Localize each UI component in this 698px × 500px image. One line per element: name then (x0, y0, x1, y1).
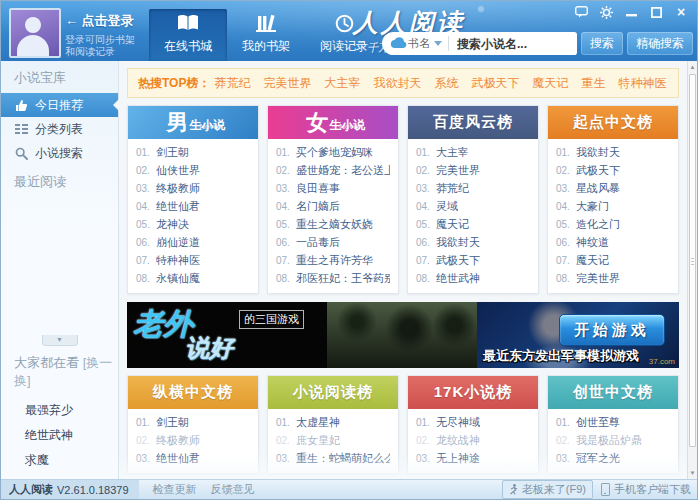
rank-item[interactable]: 03.冠军之光 (556, 449, 670, 467)
rank-item[interactable]: 04.大豪门 (556, 197, 670, 215)
rank-item[interactable]: 08.永镇仙魔 (136, 269, 250, 287)
sidebar-collapse-handle[interactable]: ▼ (42, 335, 78, 346)
rank-item[interactable]: 03.良田喜事 (276, 179, 390, 197)
rank-header-zongheng[interactable]: 纵横中文榜 (128, 376, 258, 409)
precise-search-button[interactable]: 精确搜索 (627, 32, 693, 55)
rank-item[interactable]: 02.盛世婚宠：老公送上门 (276, 161, 390, 179)
sidebar-item-today-recommend[interactable]: 今日推荐 (1, 93, 118, 117)
rank-item[interactable]: 06.一品毒后 (276, 233, 390, 251)
avatar[interactable] (9, 8, 61, 58)
scroll-up-icon[interactable]: ▲ (688, 61, 697, 73)
watching-book-item[interactable]: 求魔 (1, 448, 118, 473)
rank-item[interactable]: 07.魔天记 (556, 251, 670, 269)
rank-item[interactable]: 01.创世至尊 (556, 413, 670, 431)
hot-search-tag[interactable]: 重生 (581, 76, 605, 90)
rank-item[interactable]: 06.崩仙逆道 (136, 233, 250, 251)
rank-item[interactable]: 05.造化之门 (556, 215, 670, 233)
vertical-scrollbar[interactable]: ▲ ▼ (687, 61, 697, 479)
rank-item[interactable]: 02.终极教师 (136, 431, 250, 449)
rank-item[interactable]: 01.剑王朝 (136, 143, 250, 161)
rank-item[interactable]: 08.邪医狂妃：王爷药别停 (276, 269, 390, 287)
rank-item[interactable]: 02.庶女皇妃 (276, 431, 390, 449)
rank-item[interactable]: 07.武极天下 (416, 251, 530, 269)
sidebar-item-category-list[interactable]: 分类列表 (1, 117, 118, 141)
close-icon[interactable]: × (673, 5, 689, 19)
rank-item[interactable]: 01.大主宰 (416, 143, 530, 161)
search-input[interactable] (455, 36, 571, 52)
boss-key-button[interactable]: 老板来了(F9) (502, 480, 593, 499)
rank-row-top: 男 生小说 Novel 01.剑王朝02.仙侠世界03.终极教师04.绝世仙君0… (127, 105, 679, 294)
rank-list: 01.无尽神域02.龙纹战神03.无上神途 (408, 413, 538, 467)
check-update-link[interactable]: 检查更新 (153, 482, 197, 497)
scroll-down-icon[interactable]: ▼ (688, 467, 697, 479)
sidebar-section-novel-library: 小说宝库 (1, 61, 118, 93)
rank-item[interactable]: 04.绝世仙君 (136, 197, 250, 215)
rank-list: 01.买个爹地宠妈咪02.盛世婚宠：老公送上门03.良田喜事04.名门嫡后05.… (268, 143, 398, 287)
watching-book-item[interactable]: 绝世武神 (1, 423, 118, 448)
minimize-icon[interactable] (623, 5, 639, 19)
hot-search-label: 热搜TOP榜： (138, 75, 210, 92)
start-game-button[interactable]: 开始游戏 (559, 314, 665, 346)
rank-item[interactable]: 01.买个爹地宠妈咪 (276, 143, 390, 161)
rank-item[interactable]: 06.神纹道 (556, 233, 670, 251)
feedback-link[interactable]: 反馈意见 (211, 482, 255, 497)
rank-item[interactable]: 02.武极天下 (556, 161, 670, 179)
rank-header-girls[interactable]: 女 生小说 Novel (268, 106, 398, 139)
rank-item[interactable]: 03.莽荒纪 (416, 179, 530, 197)
rank-item[interactable]: 05.重生之嫡女妖娆 (276, 215, 390, 233)
rank-header-qidian[interactable]: 起点中文榜 (548, 106, 678, 139)
hot-search-tag[interactable]: 系统 (434, 76, 458, 90)
rank-column-zongheng: 纵横中文榜 01.剑王朝02.终极教师03.绝世仙君 (127, 375, 259, 474)
ad-banner[interactable]: 老外 说好 的三国游戏 最近东方发出军事模拟游戏 开始游戏 37.com (127, 302, 679, 368)
search-category-dropdown[interactable]: 书名 (408, 36, 442, 51)
rank-item[interactable]: 04.名门嫡后 (276, 197, 390, 215)
tab-my-bookshelf[interactable]: 我的书架 (227, 9, 305, 61)
rank-item[interactable]: 03.星战风暴 (556, 179, 670, 197)
rank-item[interactable]: 02.我是极品炉鼎 (556, 431, 670, 449)
rank-header-17k[interactable]: 17K小说榜 (408, 376, 538, 409)
tab-online-bookstore[interactable]: 在线书城 (149, 9, 227, 61)
rank-item[interactable]: 02.龙纹战神 (416, 431, 530, 449)
login-link[interactable]: ← 点击登录 (65, 12, 135, 30)
rank-item[interactable]: 05.魔天记 (416, 215, 530, 233)
ad-site-label: 37.com (649, 357, 675, 366)
rank-item[interactable]: 01.剑王朝 (136, 413, 250, 431)
maximize-icon[interactable] (648, 5, 664, 19)
hot-search-tag[interactable]: 武极天下 (471, 76, 519, 90)
feedback-bubble-icon[interactable] (573, 5, 589, 19)
rank-item[interactable]: 08.绝世武神 (416, 269, 530, 287)
rank-item[interactable]: 03.绝世仙君 (136, 449, 250, 467)
rank-item[interactable]: 04.灵域 (416, 197, 530, 215)
rank-item[interactable]: 01.无尽神域 (416, 413, 530, 431)
rank-header-chuangshi[interactable]: 创世中文榜 (548, 376, 678, 409)
rank-item[interactable]: 07.重生之再许芳华 (276, 251, 390, 269)
status-bar-right: 老板来了(F9) 手机客户端下载 (502, 480, 697, 499)
rank-item[interactable]: 02.仙侠世界 (136, 161, 250, 179)
rank-header-boys[interactable]: 男 生小说 Novel (128, 106, 258, 139)
settings-gear-icon[interactable] (598, 5, 614, 19)
mobile-download-link[interactable]: 手机客户端下载 (601, 482, 691, 497)
rank-item[interactable]: 01.我欲封天 (556, 143, 670, 161)
scrollbar-thumb[interactable] (689, 74, 696, 447)
sidebar-item-novel-search[interactable]: 小说搜索 (1, 141, 118, 165)
hot-search-tag[interactable]: 特种神医 (618, 76, 666, 90)
hot-search-tag[interactable]: 大主宰 (324, 76, 360, 90)
hot-search-tag[interactable]: 我欲封天 (373, 76, 421, 90)
hot-search-tag[interactable]: 莽荒纪 (214, 76, 250, 90)
search-button[interactable]: 搜索 (581, 32, 623, 55)
rank-item[interactable]: 01.太虚星神 (276, 413, 390, 431)
rank-item[interactable]: 02.完美世界 (416, 161, 530, 179)
rank-header-baidu[interactable]: 百度风云榜 (408, 106, 538, 139)
rank-item[interactable]: 08.完美世界 (556, 269, 670, 287)
rank-item[interactable]: 07.特种神医 (136, 251, 250, 269)
hot-search-tag[interactable]: 完美世界 (263, 76, 311, 90)
hot-search-tag[interactable]: 魔天记 (532, 76, 568, 90)
bookshelf-icon (256, 11, 276, 35)
rank-item[interactable]: 03.终极教师 (136, 179, 250, 197)
rank-item[interactable]: 05.龙神决 (136, 215, 250, 233)
rank-item[interactable]: 03.无上神途 (416, 449, 530, 467)
rank-item[interactable]: 06.我欲封天 (416, 233, 530, 251)
watching-book-item[interactable]: 最强弃少 (1, 398, 118, 423)
rank-header-reading[interactable]: 小说阅读榜 (268, 376, 398, 409)
rank-item[interactable]: 03.重生：蛇蝎萌妃么么哒 (276, 449, 390, 467)
